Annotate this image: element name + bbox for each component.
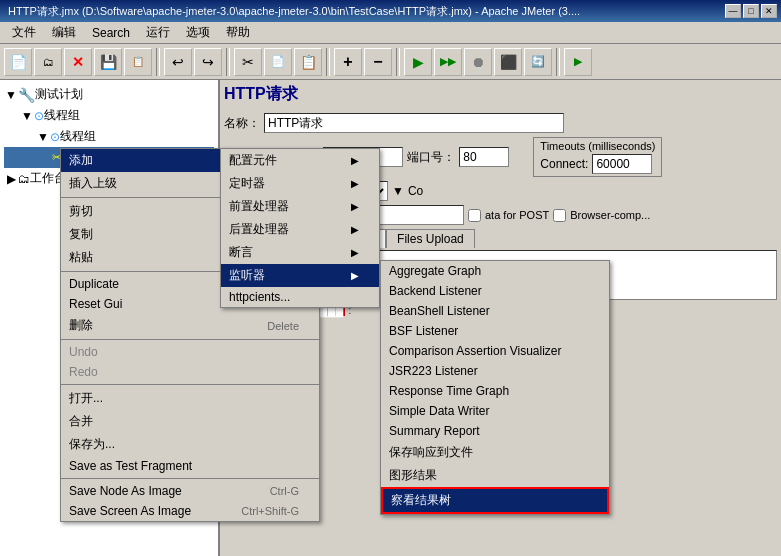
toolbar-remote[interactable]: ▶ — [564, 48, 592, 76]
ctx-cut-label: 剪切 — [69, 203, 93, 220]
toolbar-saveas[interactable]: 📋 — [124, 48, 152, 76]
listener-jsr223[interactable]: JSR223 Listener — [381, 361, 609, 381]
ctx-redo-label: Redo — [69, 365, 98, 379]
submenu1-assertion[interactable]: 断言 ▶ — [221, 241, 379, 264]
ctx-delete-shortcut: Delete — [267, 320, 299, 332]
menu-options[interactable]: 选项 — [178, 22, 218, 43]
submenu1-pre-processor[interactable]: 前置处理器 ▶ — [221, 195, 379, 218]
submenu1-httpclients-label: httpcients... — [229, 290, 290, 304]
listener-backend[interactable]: Backend Listener — [381, 281, 609, 301]
ctx-saveas[interactable]: 保存为... — [61, 433, 319, 456]
tree-item-testplan[interactable]: ▼ 🔧 测试计划 — [4, 84, 214, 105]
submenu1-pre-processor-label: 前置处理器 — [229, 198, 289, 215]
toolbar-cut[interactable]: ✂ — [234, 48, 262, 76]
submenu1-config[interactable]: 配置元件 ▶ — [221, 149, 379, 172]
toolbar-paste[interactable]: 📋 — [294, 48, 322, 76]
tab-files-upload[interactable]: Files Upload — [386, 229, 475, 248]
tree-label-threadgroup1: 线程组 — [44, 107, 80, 124]
ctx-save-node-image-label: Save Node As Image — [69, 484, 182, 498]
close-button[interactable]: ✕ — [761, 4, 777, 18]
ctx-save-screen-image[interactable]: Save Screen As Image Ctrl+Shift-G — [61, 501, 319, 521]
toolbar-save[interactable]: 💾 — [94, 48, 122, 76]
listener-beanshell[interactable]: BeanShell Listener — [381, 301, 609, 321]
port-label: 端口号： — [407, 149, 455, 166]
ctx-open[interactable]: 打开... — [61, 387, 319, 410]
toolbar-add[interactable]: + — [334, 48, 362, 76]
maximize-button[interactable]: □ — [743, 4, 759, 18]
threadgroup1-icon: ⊙ — [34, 109, 44, 123]
ctx-merge[interactable]: 合并 — [61, 410, 319, 433]
listener-graph-results[interactable]: 图形结果 — [381, 464, 609, 487]
listener-view-results-tree[interactable]: 察看结果树 — [381, 487, 609, 514]
tree-label-threadgroup2: 线程组 — [60, 128, 96, 145]
body-data-label: ata for POST — [485, 209, 549, 221]
submenu1-config-label: 配置元件 — [229, 152, 277, 169]
content-encoding-label: Co — [408, 184, 423, 198]
submenu1-httpclients[interactable]: httpcients... — [221, 287, 379, 307]
toolbar: 📄 🗂 ✕ 💾 📋 ↩ ↪ ✂ 📄 📋 + − ▶ ▶▶ ⏺ ⬛ 🔄 ▶ — [0, 44, 781, 80]
toggle[interactable]: ▼ — [20, 109, 34, 123]
toggle[interactable]: ▼ — [4, 88, 18, 102]
listener-backend-label: Backend Listener — [389, 284, 482, 298]
menu-help[interactable]: 帮助 — [218, 22, 258, 43]
ctx-paste-label: 粘贴 — [69, 249, 93, 266]
toolbar-refresh[interactable]: 🔄 — [524, 48, 552, 76]
listener-comparison[interactable]: Comparison Assertion Visualizer — [381, 341, 609, 361]
toolbar-close[interactable]: ✕ — [64, 48, 92, 76]
toolbar-undo[interactable]: ↩ — [164, 48, 192, 76]
listener-bsf[interactable]: BSF Listener — [381, 321, 609, 341]
ctx-save-screen-image-label: Save Screen As Image — [69, 504, 191, 518]
submenu1-timer-label: 定时器 — [229, 175, 265, 192]
toolbar-copy[interactable]: 📄 — [264, 48, 292, 76]
listener-comparison-label: Comparison Assertion Visualizer — [389, 344, 562, 358]
menu-run[interactable]: 运行 — [138, 22, 178, 43]
toolbar-sep5 — [556, 48, 560, 76]
ctx-save-test-fragment[interactable]: Save as Test Fragment — [61, 456, 319, 476]
submenu1-post-processor[interactable]: 后置处理器 ▶ — [221, 218, 379, 241]
listener-simple-data-writer[interactable]: Simple Data Writer — [381, 401, 609, 421]
toggle[interactable]: ▶ — [4, 172, 18, 186]
name-input[interactable] — [264, 113, 564, 133]
menu-edit[interactable]: 编辑 — [44, 22, 84, 43]
submenu1-listener-label: 监听器 — [229, 267, 265, 284]
toolbar-record[interactable]: ⏺ — [464, 48, 492, 76]
menu-search[interactable]: Search — [84, 24, 138, 42]
tree-item-threadgroup1[interactable]: ▼ ⊙ 线程组 — [4, 105, 214, 126]
toggle[interactable]: ▼ — [36, 130, 50, 144]
listener-aggregate-graph-label: Aggregate Graph — [389, 264, 481, 278]
ctx-save-node-image[interactable]: Save Node As Image Ctrl-G — [61, 481, 319, 501]
submenu1-listener[interactable]: 监听器 ▶ — [221, 264, 379, 287]
port-input[interactable] — [459, 147, 509, 167]
listener-save-response[interactable]: 保存响应到文件 — [381, 441, 609, 464]
listener-aggregate-graph[interactable]: Aggregate Graph — [381, 261, 609, 281]
connect-input[interactable] — [592, 154, 652, 174]
minimize-button[interactable]: — — [725, 4, 741, 18]
ctx-reset-gui-label: Reset Gui — [69, 297, 122, 311]
submenu1-timer[interactable]: 定时器 ▶ — [221, 172, 379, 195]
ctx-copy-label: 复制 — [69, 226, 93, 243]
toolbar-new[interactable]: 📄 — [4, 48, 32, 76]
threadgroup2-icon: ⊙ — [50, 130, 60, 144]
listener-response-time-graph[interactable]: Response Time Graph — [381, 381, 609, 401]
ctx-delete[interactable]: 删除 Delete — [61, 314, 319, 337]
listener-bsf-label: BSF Listener — [389, 324, 458, 338]
toolbar-redo[interactable]: ↪ — [194, 48, 222, 76]
dropdown-arrow: ▼ — [392, 184, 404, 198]
listener-summary-report[interactable]: Summary Report — [381, 421, 609, 441]
toolbar-remove[interactable]: − — [364, 48, 392, 76]
name-label: 名称： — [224, 115, 260, 132]
toolbar-open[interactable]: 🗂 — [34, 48, 62, 76]
toolbar-play[interactable]: ▶ — [404, 48, 432, 76]
menu-file[interactable]: 文件 — [4, 22, 44, 43]
toolbar-play-all[interactable]: ▶▶ — [434, 48, 462, 76]
redirect-checkbox[interactable] — [468, 209, 481, 222]
toolbar-stop[interactable]: ⬛ — [494, 48, 522, 76]
listener-save-response-label: 保存响应到文件 — [389, 444, 473, 461]
timeouts-group: Timeouts (milliseconds) Connect: — [533, 137, 662, 177]
ctx-sep5 — [61, 478, 319, 479]
panel-title: HTTP请求 — [224, 84, 777, 105]
listener-view-results-tree-label: 察看结果树 — [391, 492, 451, 509]
tree-item-threadgroup2[interactable]: ▼ ⊙ 线程组 — [4, 126, 214, 147]
browser-compat-checkbox[interactable] — [553, 209, 566, 222]
ctx-saveas-label: 保存为... — [69, 436, 115, 453]
